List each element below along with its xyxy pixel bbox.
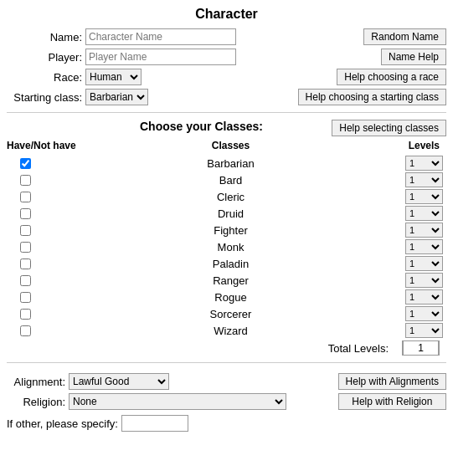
col-have-header: Have/Not have xyxy=(7,140,82,151)
table-row: Bard1234567891011121314151617181920 xyxy=(7,171,446,188)
alignment-select[interactable]: Lawful GoodNeutral GoodChaotic GoodLawfu… xyxy=(69,373,169,390)
checkbox-barbarian[interactable] xyxy=(20,158,31,169)
help-alignments-button[interactable]: Help with Alignments xyxy=(338,373,446,390)
help-starting-class-button[interactable]: Help choosing a starting class xyxy=(298,89,446,105)
level-select-monk[interactable]: 1234567891011121314151617181920 xyxy=(405,239,443,254)
player-label: Player: xyxy=(7,51,82,64)
checkbox-wizard[interactable] xyxy=(20,325,31,336)
religion-select[interactable]: None xyxy=(69,393,286,410)
table-row: Monk1234567891011121314151617181920 xyxy=(7,238,446,255)
level-select-wizard[interactable]: 1234567891011121314151617181920 xyxy=(405,323,443,338)
player-input[interactable] xyxy=(85,49,236,65)
level-select-cleric[interactable]: 1234567891011121314151617181920 xyxy=(405,189,443,204)
if-other-label: If other, please specify: xyxy=(7,417,118,430)
class-name: Paladin xyxy=(82,258,379,270)
checkbox-fighter[interactable] xyxy=(20,225,31,236)
checkbox-ranger[interactable] xyxy=(20,275,31,286)
divider-2 xyxy=(7,362,446,363)
class-name: Rogue xyxy=(82,291,379,304)
checkbox-druid[interactable] xyxy=(20,208,31,219)
level-select-fighter[interactable]: 1234567891011121314151617181920 xyxy=(405,223,443,238)
table-row: Paladin1234567891011121314151617181920 xyxy=(7,255,446,272)
checkbox-sorcerer[interactable] xyxy=(20,309,31,320)
table-row: Rogue1234567891011121314151617181920 xyxy=(7,289,446,305)
level-select-barbarian[interactable]: 1234567891011121314151617181920 xyxy=(405,156,443,171)
checkbox-paladin[interactable] xyxy=(20,258,31,269)
checkbox-monk[interactable] xyxy=(20,242,31,253)
help-religion-button[interactable]: Help with Religion xyxy=(338,393,446,410)
level-select-ranger[interactable]: 1234567891011121314151617181920 xyxy=(405,273,443,288)
class-name: Sorcerer xyxy=(82,308,379,320)
random-name-button[interactable]: Random Name xyxy=(363,28,446,45)
level-select-bard[interactable]: 1234567891011121314151617181920 xyxy=(405,172,443,187)
class-name: Ranger xyxy=(82,274,379,287)
starting-class-select[interactable]: BarbarianBardClericDruidFighterMonkPalad… xyxy=(85,89,148,105)
class-name: Barbarian xyxy=(82,157,379,170)
table-row: Cleric1234567891011121314151617181920 xyxy=(7,188,446,205)
table-row: Sorcerer1234567891011121314151617181920 xyxy=(7,305,446,322)
table-row: Ranger1234567891011121314151617181920 xyxy=(7,272,446,289)
race-label: Race: xyxy=(7,71,82,84)
help-selecting-classes-button[interactable]: Help selecting classes xyxy=(332,120,446,136)
level-select-sorcerer[interactable]: 1234567891011121314151617181920 xyxy=(405,306,443,321)
alignment-label: Alignment: xyxy=(7,376,65,388)
class-name: Bard xyxy=(82,174,379,187)
table-row: Barbarian1234567891011121314151617181920 xyxy=(7,155,446,171)
table-row: Wizard1234567891011121314151617181920 xyxy=(7,322,446,339)
level-select-paladin[interactable]: 1234567891011121314151617181920 xyxy=(405,256,443,271)
level-select-druid[interactable]: 1234567891011121314151617181920 xyxy=(405,206,443,221)
checkbox-cleric[interactable] xyxy=(20,192,31,202)
class-name: Fighter xyxy=(82,224,379,237)
col-classes-header: Classes xyxy=(82,140,379,151)
table-row: Druid1234567891011121314151617181920 xyxy=(7,205,446,222)
table-row: Fighter1234567891011121314151617181920 xyxy=(7,222,446,238)
classes-list: Barbarian1234567891011121314151617181920… xyxy=(7,155,446,339)
name-help-button[interactable]: Name Help xyxy=(381,49,446,65)
level-select-rogue[interactable]: 1234567891011121314151617181920 xyxy=(405,289,443,305)
checkbox-bard[interactable] xyxy=(20,175,31,186)
if-other-input[interactable] xyxy=(121,415,188,432)
class-name: Wizard xyxy=(82,325,379,337)
starting-class-label: Starting class: xyxy=(7,91,82,104)
name-label: Name: xyxy=(7,31,82,44)
checkbox-rogue[interactable] xyxy=(20,292,31,303)
race-select[interactable]: HumanElfDwarfHalflingHalf-ElfHalf-OrcGno… xyxy=(85,69,142,85)
page-title: Character xyxy=(7,7,446,22)
classes-title: Choose your Classes: xyxy=(82,120,321,133)
class-name: Cleric xyxy=(82,191,379,203)
class-name: Druid xyxy=(82,207,379,220)
col-levels-header: Levels xyxy=(379,140,446,151)
name-input[interactable] xyxy=(85,28,236,45)
help-race-button[interactable]: Help choosing a race xyxy=(337,69,446,85)
total-levels-value[interactable] xyxy=(403,340,439,356)
class-name: Monk xyxy=(82,241,379,253)
divider-1 xyxy=(7,112,446,113)
religion-label: Religion: xyxy=(7,396,65,408)
total-levels-label: Total Levels: xyxy=(82,342,402,355)
